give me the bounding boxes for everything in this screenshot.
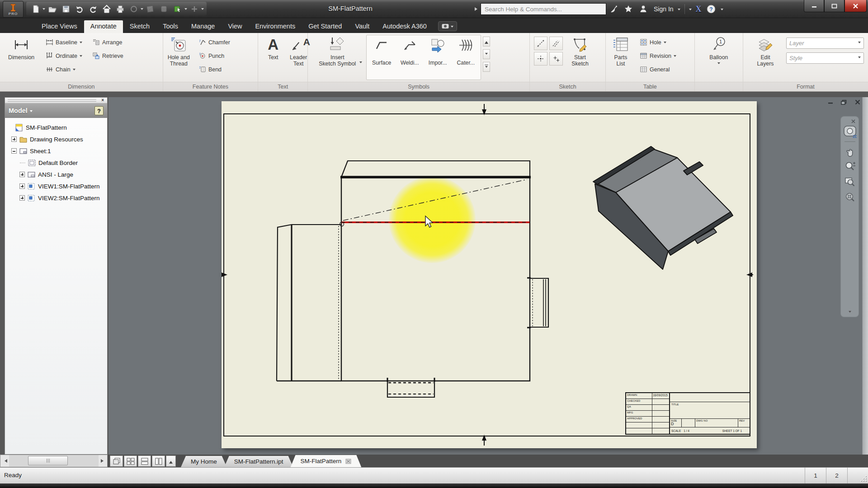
baseline-button[interactable]: Baseline [44, 36, 84, 48]
help-dropdown-caret[interactable] [721, 9, 723, 12]
revision-table-button[interactable]: Revision [638, 50, 678, 62]
application-menu-button[interactable]: PRO [3, 1, 24, 18]
panel-label-text[interactable]: Text [258, 82, 307, 91]
expand-icon[interactable] [19, 183, 25, 189]
start-sketch-button[interactable]: Start Sketch [567, 35, 593, 81]
favorites-button[interactable] [623, 4, 634, 14]
panel-label-dimension[interactable]: Dimension [0, 82, 163, 91]
qat-overflow-caret[interactable] [201, 8, 204, 11]
leader-text-button[interactable]: A Leader Text [286, 35, 311, 81]
gallery-scroll-down-button[interactable] [483, 49, 490, 59]
panel-label-table[interactable]: Table [606, 82, 694, 91]
balloon-caret[interactable] [717, 62, 720, 66]
construction-line-tool-button[interactable] [549, 37, 563, 50]
tree-item-ansi-large[interactable]: ANSI - Large [9, 169, 107, 180]
chamfer-button[interactable]: Chamfer [197, 36, 232, 48]
sign-in-dropdown-caret[interactable] [678, 9, 680, 12]
tree-item-view1[interactable]: VIEW1:SM-FlatPattern [9, 180, 107, 192]
welding-symbol-button[interactable]: Weldi... [396, 36, 424, 66]
bend-button[interactable]: Bend [197, 63, 232, 75]
hole-and-thread-button[interactable]: Hole and Thread [165, 35, 192, 81]
text-button[interactable]: A Text [260, 35, 286, 81]
tab-autodesk-a360[interactable]: Autodesk A360 [376, 20, 433, 33]
insert-sketch-symbol-caret[interactable] [359, 61, 362, 65]
line-tool-button[interactable] [534, 37, 547, 50]
help-button[interactable]: ? [706, 4, 717, 14]
screencast-dropdown-caret[interactable] [451, 26, 453, 29]
retrieve-button[interactable]: Retrieve [90, 50, 125, 62]
tab-part-file[interactable]: SM-FlatPattern.ipt [224, 456, 293, 467]
select-button[interactable] [171, 3, 184, 15]
drawing-sheet[interactable]: DRAWN16/09/2015 CHECKED QA MFG APPROVED … [222, 101, 757, 448]
resize-grip[interactable] [860, 475, 867, 482]
baseline-dropdown-caret[interactable] [80, 42, 82, 45]
drawing-canvas[interactable]: 2D [108, 97, 868, 455]
close-button[interactable] [844, 0, 867, 12]
search-expand-arrow[interactable] [475, 7, 479, 11]
tab-view[interactable]: View [222, 20, 248, 33]
select-dropdown-caret[interactable] [184, 8, 187, 11]
panel-label-feature-notes[interactable]: Feature Notes [163, 82, 258, 91]
doc-minimize-button[interactable] [827, 99, 834, 105]
arrange-button[interactable]: Arrange [90, 36, 125, 48]
tree-item-view2[interactable]: VIEW2:SM-FlatPattern [9, 192, 107, 204]
communication-center-button[interactable] [608, 4, 619, 14]
general-table-button[interactable]: General [638, 63, 678, 75]
scroll-right-button[interactable] [99, 455, 107, 467]
points-tool-button[interactable] [549, 52, 563, 66]
expand-icon[interactable] [11, 136, 17, 142]
ordinate-dropdown-caret[interactable] [80, 55, 82, 58]
tab-drawing-file[interactable]: SM-FlatPattern [291, 455, 362, 467]
parts-list-button[interactable]: Parts List [608, 35, 633, 81]
revision-table-caret[interactable] [674, 55, 676, 58]
sign-in-label[interactable]: Sign In [654, 5, 674, 13]
scroll-left-button[interactable] [0, 455, 9, 467]
chain-button[interactable]: Chain [44, 63, 84, 75]
gallery-scroll-up-button[interactable] [483, 37, 490, 47]
redo-button[interactable] [86, 3, 99, 15]
tab-my-home[interactable]: My Home [181, 456, 227, 467]
maximize-button[interactable] [824, 0, 844, 12]
scrollbar-thumb[interactable] [28, 456, 68, 465]
balloon-button[interactable]: 1 Balloon [706, 35, 731, 81]
surface-texture-button[interactable]: Surface [368, 36, 396, 66]
zoom-window-button[interactable] [843, 174, 857, 190]
tab-place-views[interactable]: Place Views [35, 20, 84, 33]
tile-horizontal-button[interactable] [138, 455, 151, 467]
tab-environments[interactable]: Environments [249, 20, 302, 33]
browser-horizontal-scrollbar[interactable] [0, 455, 108, 467]
new-document-button[interactable] [29, 3, 42, 15]
gallery-expand-button[interactable] [483, 62, 490, 72]
expand-icon[interactable] [19, 195, 25, 201]
caterpillar-button[interactable]: Cater... [452, 36, 480, 66]
sign-in-button[interactable] [638, 4, 649, 14]
edit-layers-button[interactable]: Edit Layers [753, 35, 778, 81]
panel-label-format[interactable]: Format [743, 82, 868, 91]
measure-dropdown-caret[interactable] [141, 8, 143, 11]
collapse-icon[interactable] [11, 148, 17, 154]
chain-dropdown-caret[interactable] [73, 69, 75, 72]
tab-annotate[interactable]: Annotate [84, 20, 123, 33]
hole-table-caret[interactable] [664, 42, 666, 45]
punch-button[interactable]: Punch [197, 50, 232, 62]
tree-item-drawing-resources[interactable]: Drawing Resources [9, 133, 107, 145]
insert-sketch-symbol-button[interactable]: Insert Sketch Symbol [310, 35, 364, 81]
save-button[interactable] [59, 3, 72, 15]
ordinate-button[interactable]: Ordinate [44, 50, 84, 62]
exchange-apps-icon[interactable]: X [696, 5, 702, 14]
style-select[interactable]: Style [786, 52, 864, 64]
zoom-all-button[interactable] [843, 190, 857, 205]
hole-table-button[interactable]: Hole [638, 36, 678, 48]
panel-label-symbols[interactable]: Symbols [308, 82, 529, 91]
doc-restore-button[interactable] [840, 99, 847, 105]
expand-icon[interactable] [19, 172, 25, 177]
pan-button[interactable] [843, 144, 857, 159]
screencast-button[interactable] [438, 21, 457, 31]
home-button[interactable] [100, 3, 113, 15]
undo-button[interactable] [73, 3, 86, 15]
tab-tools[interactable]: Tools [156, 20, 184, 33]
tile-vertical-button[interactable] [152, 455, 165, 467]
cascade-windows-button[interactable] [110, 455, 123, 467]
tab-sketch[interactable]: Sketch [123, 20, 156, 33]
navbar-options-caret[interactable] [849, 311, 851, 314]
